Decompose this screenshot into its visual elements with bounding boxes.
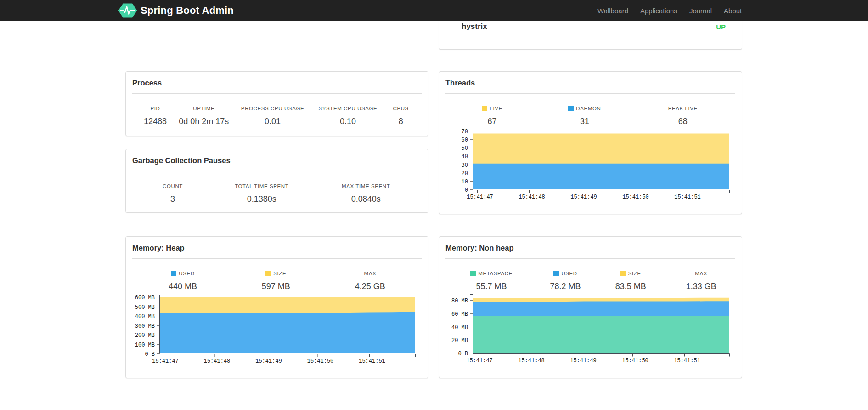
memory-heap-panel-heading: Memory: Heap (126, 237, 428, 259)
metric-label: METASPACE (446, 270, 537, 277)
metric-label: PID (133, 105, 178, 112)
metric-value: 0.10 (315, 117, 380, 126)
metric-total-time-spent: TOTAL TIME SPENT0.1380s (213, 183, 311, 204)
svg-text:200 MB: 200 MB (135, 332, 155, 339)
metric-max: MAX1.33 GB (667, 270, 735, 291)
svg-text:500 MB: 500 MB (135, 304, 155, 311)
process-metrics: PID12488UPTIME0d 0h 2m 17sPROCESS CPU US… (133, 105, 421, 126)
svg-text:15:41:50: 15:41:50 (622, 194, 649, 200)
metric-label: SIZE (233, 270, 319, 277)
metric-label: COUNT (133, 183, 213, 189)
legend-swatch-icon (620, 271, 626, 276)
memory-nonheap-panel: Memory: Non heap METASPACE55.7 MBUSED78.… (439, 236, 742, 378)
legend-swatch-icon (482, 106, 487, 111)
application-row-hystrix[interactable]: hystrix UP (456, 20, 731, 34)
svg-text:15:41:51: 15:41:51 (359, 358, 385, 364)
metric-size: SIZE83.5 MB (594, 270, 667, 291)
threads-panel: Threads LIVE67DAEMON31PEAK LIVE68 010203… (439, 71, 742, 214)
svg-text:60 MB: 60 MB (451, 311, 468, 318)
svg-text:600 MB: 600 MB (135, 295, 155, 301)
svg-text:15:41:48: 15:41:48 (519, 194, 545, 200)
svg-text:15:41:51: 15:41:51 (674, 358, 700, 364)
svg-text:60: 60 (462, 137, 468, 143)
gc-metrics: COUNT3TOTAL TIME SPENT0.1380sMAX TIME SP… (133, 183, 421, 204)
metric-value: 31 (538, 117, 631, 126)
metric-value: 4.25 GB (319, 282, 421, 291)
metric-label: PROCESS CPU USAGE (230, 105, 316, 112)
application-status-badge: UP (716, 23, 726, 31)
metric-label: PEAK LIVE (631, 105, 735, 112)
legend-swatch-icon (171, 271, 176, 276)
metric-used: USED440 MB (133, 270, 233, 291)
gc-panel-heading: Garbage Collection Pauses (126, 149, 428, 171)
threads-chart: 01020304050607015:41:4715:41:4815:41:491… (448, 128, 742, 205)
process-panel-title: Process (132, 78, 422, 87)
metric-value: 597 MB (233, 282, 319, 291)
metric-value: 0d 0h 2m 17s (178, 117, 230, 126)
legend-swatch-icon (265, 271, 271, 276)
memory-nonheap-legend: METASPACE55.7 MBUSED78.2 MBSIZE83.5 MBMA… (446, 270, 735, 291)
svg-text:15:41:50: 15:41:50 (307, 358, 334, 364)
memory-heap-legend: USED440 MBSIZE597 MBMAX4.25 GB (133, 270, 421, 291)
legend-swatch-icon (553, 271, 559, 276)
metric-value: 8 (380, 117, 421, 126)
metric-daemon: DAEMON31 (538, 105, 631, 126)
process-panel: Process PID12488UPTIME0d 0h 2m 17sPROCES… (125, 71, 428, 136)
metric-label: UPTIME (178, 105, 230, 112)
metric-label: MAX (319, 270, 421, 277)
memory-nonheap-heading-divider (445, 258, 735, 259)
svg-text:15:41:48: 15:41:48 (518, 358, 545, 364)
svg-text:15:41:51: 15:41:51 (674, 194, 701, 200)
metric-value: 12488 (133, 117, 178, 126)
nav-link-applications[interactable]: Applications (634, 0, 683, 21)
metric-uptime: UPTIME0d 0h 2m 17s (178, 105, 230, 126)
svg-text:15:41:47: 15:41:47 (467, 194, 493, 200)
threads-panel-title: Threads (445, 78, 735, 87)
metric-max-time-spent: MAX TIME SPENT0.0840s (310, 183, 421, 204)
navbar-links: WallboardApplicationsJournalAbout (592, 0, 748, 21)
memory-nonheap-chart: 0 B20 MB40 MB60 MB80 MB15:41:4715:41:481… (448, 293, 742, 366)
navbar: Spring Boot Admin WallboardApplicationsJ… (0, 0, 868, 21)
metric-max: MAX4.25 GB (319, 270, 421, 291)
metric-value: 67 (446, 117, 538, 126)
svg-text:15:41:50: 15:41:50 (622, 358, 648, 364)
metric-label: DAEMON (538, 105, 631, 112)
metric-value: 83.5 MB (594, 282, 667, 291)
metric-count: COUNT3 (133, 183, 213, 204)
svg-text:70: 70 (462, 129, 468, 135)
metric-pid: PID12488 (133, 105, 178, 126)
metric-value: 55.7 MB (446, 282, 537, 291)
metric-metaspace: METASPACE55.7 MB (446, 270, 537, 291)
metric-size: SIZE597 MB (233, 270, 319, 291)
metric-label: SIZE (594, 270, 667, 277)
svg-text:15:41:49: 15:41:49 (255, 358, 282, 364)
legend-swatch-icon (568, 106, 574, 111)
svg-text:20: 20 (462, 171, 468, 177)
metric-label: USED (133, 270, 233, 277)
nav-link-wallboard[interactable]: Wallboard (592, 0, 634, 21)
metric-peak-live: PEAK LIVE68 (631, 105, 735, 126)
svg-text:0 B: 0 B (458, 351, 468, 357)
svg-text:40: 40 (462, 154, 468, 160)
nav-link-journal[interactable]: Journal (683, 0, 718, 21)
metric-label: SYSTEM CPU USAGE (315, 105, 380, 112)
metric-process-cpu-usage: PROCESS CPU USAGE0.01 (230, 105, 316, 126)
memory-heap-heading-divider (132, 258, 422, 259)
svg-text:15:41:47: 15:41:47 (152, 358, 179, 364)
metric-label: MAX TIME SPENT (310, 183, 421, 189)
process-heading-divider (132, 93, 422, 94)
metric-label: USED (537, 270, 594, 277)
metric-value: 0.0840s (310, 194, 421, 204)
svg-text:80 MB: 80 MB (451, 298, 468, 304)
metric-label: LIVE (446, 105, 538, 112)
metric-value: 440 MB (133, 282, 233, 291)
memory-heap-panel-title: Memory: Heap (132, 243, 422, 252)
page: hystrix UP Process PID12488UPTIME0d 0h 2… (0, 0, 868, 410)
navbar-brand[interactable]: Spring Boot Admin (118, 3, 234, 18)
gc-heading-divider (132, 171, 422, 171)
metric-value: 3 (133, 194, 213, 204)
svg-text:50: 50 (462, 145, 468, 152)
nav-link-about[interactable]: About (718, 0, 748, 21)
nav-link-label: Journal (689, 7, 712, 15)
legend-swatch-icon (470, 271, 476, 276)
